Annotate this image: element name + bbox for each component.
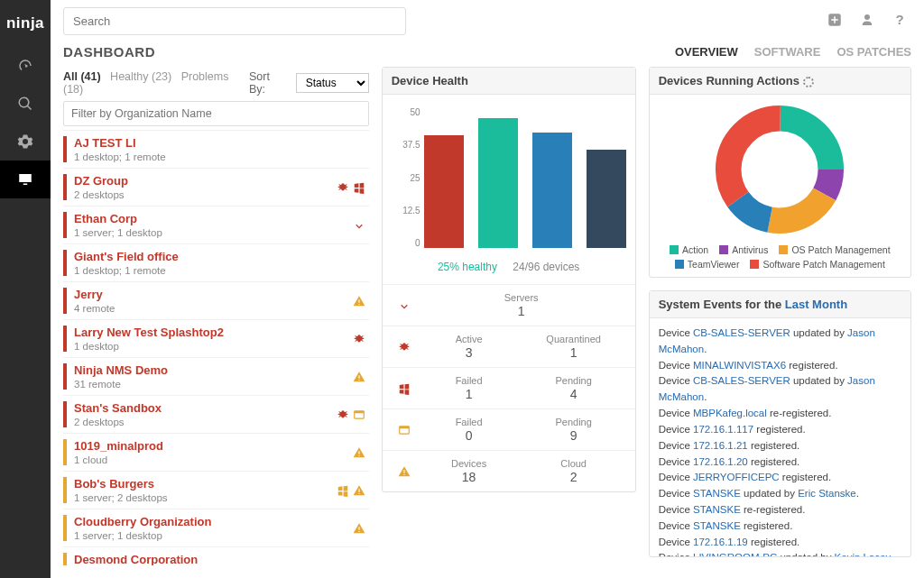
- event-link[interactable]: STANSKE: [693, 520, 741, 531]
- org-item[interactable]: Ethan Corp 1 server; 1 desktop: [63, 206, 369, 243]
- filter-all[interactable]: All (41): [63, 70, 101, 83]
- windows-red-icon: [392, 382, 417, 395]
- filter-healthy[interactable]: Healthy (23): [110, 70, 171, 83]
- events-range-link[interactable]: Last Month: [785, 298, 847, 311]
- org-name: Jerry: [74, 288, 353, 301]
- svg-rect-3: [354, 410, 364, 412]
- status-bar: [63, 288, 67, 314]
- status-bar: [63, 250, 67, 276]
- event-line: Device CB-SALES-SERVER updated by Jason …: [659, 326, 901, 358]
- event-link[interactable]: 172.16.1.20: [693, 456, 748, 467]
- donut-chart: [712, 102, 847, 237]
- org-item[interactable]: AJ TEST LI 1 desktop; 1 remote: [63, 130, 369, 168]
- org-name: Desmond Corporation: [74, 553, 365, 565]
- stat-label: Devices: [417, 458, 522, 469]
- stat-value: 4: [522, 387, 626, 401]
- org-desc: 1 server; 1 desktop: [74, 530, 353, 541]
- event-link[interactable]: JERRYOFFICEPC: [693, 472, 780, 482]
- org-item[interactable]: Ninja NMS Demo 31 remote: [63, 357, 369, 395]
- legend: ActionAntivirusOS Patch ManagementTeamVi…: [657, 244, 903, 270]
- legend-item: Action: [670, 244, 708, 255]
- nav-search-icon[interactable]: [0, 85, 51, 123]
- event-link[interactable]: CB-SALES-SERVER: [693, 375, 790, 386]
- bug-red-icon: [337, 181, 349, 194]
- org-desc: 1 desktop; 1 remote: [74, 151, 365, 162]
- event-line: Device 172.16.1.20 registered.: [659, 454, 901, 471]
- org-item[interactable]: DZ Group 2 desktops: [63, 168, 369, 206]
- user-icon[interactable]: [855, 8, 879, 34]
- sort-label: Sort By:: [249, 70, 287, 96]
- event-link[interactable]: CB-SALES-SERVER: [693, 327, 790, 338]
- search-input[interactable]: [63, 7, 406, 35]
- org-item[interactable]: Jerry 4 remote: [63, 281, 369, 319]
- org-name: 1019_minalprod: [74, 439, 353, 453]
- arrow-down-red-icon: [353, 219, 365, 232]
- org-item[interactable]: Cloudberry Organization 1 server; 1 desk…: [63, 509, 369, 546]
- nav-monitor-icon[interactable]: [0, 161, 51, 198]
- event-link[interactable]: 172.16.1.19: [693, 537, 748, 547]
- help-icon[interactable]: ?: [888, 8, 911, 34]
- event-link[interactable]: LIVINGROOM-PC: [693, 552, 777, 556]
- org-desc: 1 desktop; 1 remote: [74, 265, 365, 276]
- tab-software[interactable]: SOFTWARE: [754, 45, 821, 59]
- org-filter: [63, 101, 369, 126]
- org-desc: 2 desktops: [74, 417, 337, 427]
- status-bar: [63, 439, 67, 465]
- org-item[interactable]: Giant's Field office 1 desktop; 1 remote: [63, 243, 369, 281]
- tab-os patches[interactable]: OS PATCHES: [836, 45, 911, 59]
- status-bar: [63, 553, 67, 565]
- event-link[interactable]: Kevin Lacey: [835, 552, 891, 556]
- org-item[interactable]: 1019_minalprod 1 cloud: [63, 433, 369, 471]
- loading-icon: [803, 77, 814, 87]
- warn-yellow-icon: [353, 295, 365, 307]
- event-link[interactable]: MBPKafeg.local: [693, 408, 767, 418]
- event-line: Device 172.16.1.117 registered.: [659, 422, 901, 438]
- stat-row: Failed1Pending4: [383, 367, 635, 408]
- events-body[interactable]: Device CB-SALES-SERVER updated by Jason …: [650, 318, 910, 556]
- warn-yellow-icon: [353, 446, 365, 459]
- event-link[interactable]: STANSKE: [693, 488, 741, 499]
- org-item[interactable]: Desmond Corporation: [63, 546, 369, 565]
- status-bar: [63, 136, 67, 162]
- legend-item: OS Patch Management: [779, 244, 890, 255]
- legend-item: Antivirus: [719, 244, 768, 255]
- add-icon[interactable]: [823, 8, 846, 34]
- device-health-panel: Device Health 5037.52512.50 25% healthy …: [382, 67, 636, 492]
- swatch: [719, 245, 728, 254]
- stat-value: 1: [417, 304, 626, 318]
- org-name: Ninja NMS Demo: [74, 363, 353, 377]
- event-link[interactable]: 172.16.1.117: [693, 424, 753, 435]
- org-item[interactable]: Stan's Sandbox 2 desktops: [63, 395, 369, 433]
- event-link[interactable]: 172.16.1.21: [693, 440, 748, 451]
- stat-row: Active3Quarantined1: [383, 326, 635, 367]
- org-desc: 2 desktops: [74, 189, 337, 200]
- chart-caption: 25% healthy 24/96 devices: [392, 252, 626, 277]
- org-item[interactable]: Bob's Burgers 1 server; 2 desktops: [63, 471, 369, 509]
- stat-label: Failed: [417, 417, 522, 427]
- bar: [478, 118, 518, 248]
- browser-yellow-icon: [392, 424, 417, 436]
- event-link[interactable]: STANSKE: [693, 504, 741, 515]
- org-desc: 1 cloud: [74, 454, 353, 465]
- org-name: Giant's Field office: [74, 250, 365, 263]
- swatch: [675, 260, 684, 269]
- status-bar: [63, 363, 67, 390]
- org-name: Bob's Burgers: [74, 477, 337, 491]
- org-desc: 1 desktop: [74, 341, 353, 352]
- svg-text:?: ?: [896, 12, 904, 27]
- main: ? DASHBOARD OVERVIEWSOFTWAREOS PATCHES A…: [51, 0, 924, 578]
- event-link[interactable]: MINALWINVISTAX6: [693, 360, 786, 371]
- org-item[interactable]: Larry New Test Splashtop2 1 desktop: [63, 319, 369, 357]
- sort-select[interactable]: Status: [296, 73, 369, 93]
- event-link[interactable]: Eric Stanske: [798, 488, 856, 499]
- legend-item: TeamViewer: [675, 259, 740, 270]
- bug-red-icon: [337, 408, 349, 421]
- tab-overview[interactable]: OVERVIEW: [675, 45, 738, 59]
- org-list[interactable]: AJ TEST LI 1 desktop; 1 remote DZ Group …: [63, 130, 369, 565]
- nav-settings-icon[interactable]: [0, 123, 51, 161]
- event-line: Device MBPKafeg.local re-registered.: [659, 406, 901, 422]
- nav-dashboard-icon[interactable]: [0, 47, 51, 85]
- windows-yellow-icon: [337, 484, 349, 497]
- org-filter-input[interactable]: [63, 101, 369, 126]
- app-root: ninja ? DASHBOARD OVERVIEWSOFTWAREOS PAT…: [0, 0, 924, 578]
